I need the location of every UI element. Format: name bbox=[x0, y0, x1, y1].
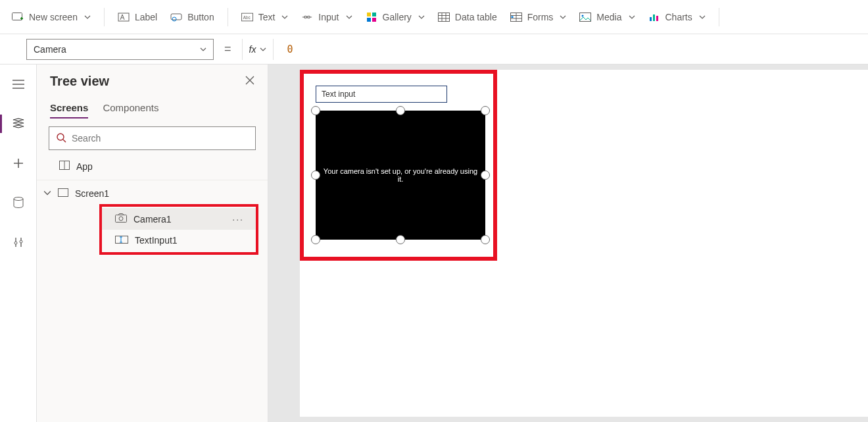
tree-view-panel: Tree view Screens Components App bbox=[37, 65, 268, 422]
data-table-icon bbox=[438, 11, 450, 23]
chevron-down-icon bbox=[260, 44, 266, 55]
insert-label-button[interactable]: Label bbox=[111, 7, 164, 27]
more-icon[interactable]: ··· bbox=[232, 214, 244, 224]
media-icon bbox=[579, 11, 591, 23]
selection-handle-ml[interactable] bbox=[311, 171, 320, 180]
tree-node-screen1-label: Screen1 bbox=[75, 188, 109, 199]
insert-button-text: Button bbox=[187, 12, 214, 22]
insert-media-menu[interactable]: Media bbox=[573, 7, 641, 27]
tree-node-app[interactable]: App bbox=[37, 155, 268, 177]
tab-screens[interactable]: Screens bbox=[50, 98, 88, 119]
chevron-down-icon bbox=[629, 12, 635, 22]
fx-label: fx bbox=[249, 44, 256, 55]
svg-rect-14 bbox=[511, 16, 513, 18]
formula-bar: Camera = fx bbox=[0, 34, 868, 65]
svg-point-21 bbox=[14, 242, 17, 244]
property-selector-value: Camera bbox=[34, 44, 66, 55]
tree-search-input[interactable] bbox=[72, 133, 249, 144]
selection-handle-mr[interactable] bbox=[481, 171, 490, 180]
control-textinput1[interactable]: Text input bbox=[316, 86, 447, 103]
equals-sign: = bbox=[220, 42, 235, 56]
svg-point-23 bbox=[57, 134, 64, 140]
insert-forms-label: Forms bbox=[527, 12, 554, 22]
insert-gallery-menu[interactable]: Gallery bbox=[359, 7, 431, 27]
chevron-down-icon[interactable] bbox=[43, 188, 51, 199]
app-icon bbox=[59, 161, 70, 172]
selection-handle-tl[interactable] bbox=[311, 106, 320, 115]
separator bbox=[719, 8, 719, 26]
canvas[interactable]: Text input Your camera isn't set up, or … bbox=[268, 65, 868, 422]
text-icon: Abc bbox=[241, 11, 253, 23]
svg-rect-10 bbox=[367, 18, 371, 22]
tree-node-screen1[interactable]: Screen1 bbox=[37, 183, 268, 204]
insert-label-text: Label bbox=[135, 12, 157, 22]
insert-button-button[interactable]: Button bbox=[164, 7, 220, 27]
tree-view-title: Tree view bbox=[50, 74, 109, 89]
svg-point-3 bbox=[172, 17, 176, 21]
svg-point-22 bbox=[20, 240, 22, 243]
formula-input[interactable] bbox=[280, 39, 857, 60]
svg-rect-15 bbox=[580, 13, 591, 21]
svg-text:Abc: Abc bbox=[243, 14, 250, 19]
tree-node-textinput1[interactable]: TextInput1 bbox=[102, 230, 256, 251]
tree-node-camera1[interactable]: Camera1 ··· bbox=[102, 208, 256, 230]
tree-tabs: Screens Components bbox=[37, 93, 268, 119]
tree-search[interactable] bbox=[49, 126, 256, 150]
selection-handle-bc[interactable] bbox=[396, 235, 405, 244]
camera-placeholder-message: Your camera isn't set up, or you're alre… bbox=[316, 167, 485, 183]
search-icon bbox=[56, 132, 66, 145]
insert-data-table-label: Data table bbox=[455, 12, 497, 22]
input-icon bbox=[301, 11, 313, 23]
insert-input-menu[interactable]: Input bbox=[295, 7, 358, 27]
insert-gallery-label: Gallery bbox=[383, 12, 412, 22]
rail-data[interactable] bbox=[5, 190, 32, 216]
selection-handle-tc[interactable] bbox=[396, 106, 405, 115]
fx-button[interactable]: fx bbox=[242, 39, 274, 60]
insert-forms-menu[interactable]: Forms bbox=[504, 7, 573, 27]
screen-icon bbox=[58, 188, 68, 199]
charts-icon bbox=[648, 11, 660, 23]
insert-media-label: Media bbox=[596, 12, 621, 22]
annotation-highlight: Text input Your camera isn't set up, or … bbox=[300, 70, 497, 261]
svg-rect-25 bbox=[59, 189, 68, 197]
insert-text-menu[interactable]: Abc Text bbox=[235, 7, 295, 27]
control-camera1[interactable]: Your camera isn't set up, or you're alre… bbox=[316, 111, 485, 240]
insert-charts-menu[interactable]: Charts bbox=[642, 7, 712, 27]
selection-handle-br[interactable] bbox=[481, 235, 490, 244]
rail-insert[interactable] bbox=[5, 150, 32, 176]
chevron-down-icon bbox=[346, 12, 352, 22]
tree-node-camera1-label: Camera1 bbox=[133, 214, 172, 224]
chevron-down-icon bbox=[418, 12, 425, 22]
insert-charts-label: Charts bbox=[665, 12, 692, 22]
svg-rect-19 bbox=[656, 16, 658, 21]
svg-rect-9 bbox=[372, 13, 376, 16]
insert-data-table-button[interactable]: Data table bbox=[431, 7, 504, 27]
tree-node-app-label: App bbox=[76, 161, 93, 172]
svg-rect-0 bbox=[12, 13, 22, 20]
gallery-icon bbox=[366, 11, 377, 23]
svg-rect-12 bbox=[438, 13, 449, 21]
chevron-down-icon bbox=[699, 12, 706, 22]
new-screen-button[interactable]: New screen bbox=[5, 7, 97, 27]
svg-rect-26 bbox=[116, 215, 127, 223]
svg-point-16 bbox=[582, 14, 584, 16]
label-icon bbox=[118, 11, 130, 23]
separator bbox=[104, 8, 105, 26]
annotation-highlight: Camera1 ··· TextInput1 bbox=[99, 204, 258, 255]
separator bbox=[228, 8, 228, 26]
chevron-down-icon bbox=[200, 44, 206, 55]
rail-hamburger[interactable] bbox=[5, 71, 32, 97]
screen-plus-icon bbox=[12, 11, 24, 23]
rail-tree-view[interactable] bbox=[5, 111, 32, 137]
svg-point-20 bbox=[14, 198, 23, 201]
selection-handle-bl[interactable] bbox=[311, 235, 320, 244]
artboard-screen1[interactable]: Text input Your camera isn't set up, or … bbox=[300, 70, 868, 417]
selection-handle-tr[interactable] bbox=[481, 106, 490, 115]
svg-rect-11 bbox=[372, 18, 376, 22]
divider bbox=[37, 180, 268, 180]
rail-tools[interactable] bbox=[5, 229, 32, 255]
svg-point-27 bbox=[119, 217, 123, 221]
close-icon[interactable] bbox=[245, 76, 254, 87]
tab-components[interactable]: Components bbox=[103, 98, 158, 119]
property-selector[interactable]: Camera bbox=[26, 39, 214, 60]
